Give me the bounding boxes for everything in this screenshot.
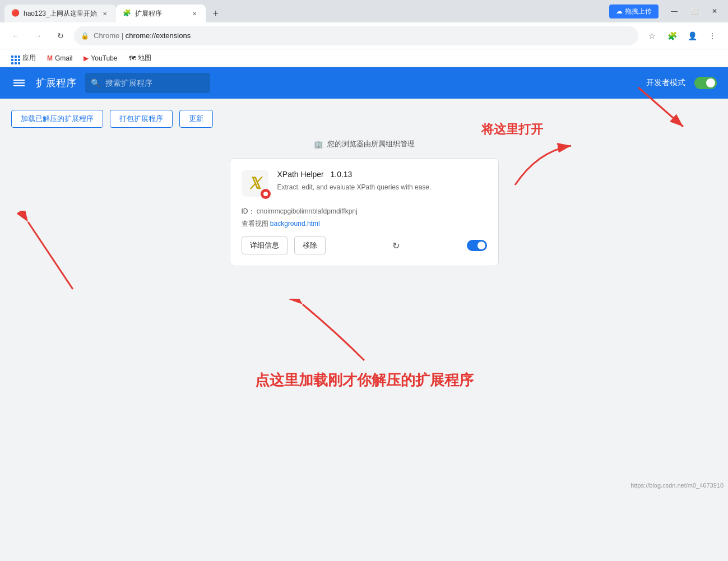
search-input[interactable]: [85, 73, 210, 93]
ext-record-badge: [261, 189, 271, 199]
new-tab-button[interactable]: +: [208, 6, 224, 21]
ext-name: XPath Helper: [277, 170, 324, 179]
menu-button[interactable]: ⋮: [703, 27, 721, 45]
arrow2-svg: [17, 211, 84, 300]
arrow3-svg: [280, 299, 448, 366]
nav-actions: ☆ 🧩 👤 ⋮: [643, 27, 721, 45]
ext-version: 1.0.13: [330, 170, 352, 179]
ext-id-value: cnoimmcpgibolimnblafdpmdiffkpnj: [257, 207, 358, 215]
annotation-arrow-load: [17, 211, 84, 303]
bookmark-gmail[interactable]: M Gmail: [43, 53, 77, 63]
ext-refresh-icon[interactable]: ↻: [392, 240, 400, 251]
watermark-text: https://blog.csdn.net/m0_4673910: [630, 482, 724, 489]
tab-close-extensions[interactable]: ✕: [190, 9, 199, 18]
minimize-button[interactable]: —: [665, 2, 683, 20]
extension-card: 𝕏 XPath Helper 1.0.13 Extract, edit, and…: [230, 158, 499, 266]
org-banner-text: 您的浏览器由所属组织管理: [327, 139, 415, 149]
ext-view-label: 查看视图: [242, 220, 268, 228]
ext-info: XPath Helper 1.0.13 Extract, edit, and e…: [277, 170, 487, 192]
tab-title-hao123: hao123_上网从这里开始: [24, 9, 97, 18]
bookmark-youtube-label: YouTube: [91, 54, 117, 62]
extensions-button[interactable]: 🧩: [663, 27, 681, 45]
watermark: https://blog.csdn.net/m0_4673910: [630, 482, 724, 489]
ext-detail-button[interactable]: 详细信息: [242, 237, 288, 254]
ext-id-section: ID： cnoimmcpgibolimnblafdpmdiffkpnj 查看视图…: [242, 206, 487, 230]
tab-title-extensions: 扩展程序: [135, 9, 187, 18]
close-button[interactable]: ✕: [706, 2, 724, 20]
bookmarks-bar: 应用 M Gmail ▶ YouTube 🗺 地图: [0, 49, 728, 67]
ext-name-version: XPath Helper 1.0.13: [277, 170, 487, 179]
apps-grid-icon: [11, 52, 20, 64]
maps-icon: 🗺: [129, 54, 136, 62]
bookmark-apps[interactable]: 应用: [7, 50, 40, 66]
org-icon: 🏢: [314, 140, 323, 149]
address-bar[interactable]: 🔒 Chrome | chrome://extensions: [74, 26, 638, 45]
tab-hao123[interactable]: 🔴 hao123_上网从这里开始 ✕: [4, 4, 116, 22]
load-here-text: 点这里加载刚才你解压的扩展程序: [255, 372, 474, 388]
bookmark-button[interactable]: ☆: [643, 27, 661, 45]
extensions-page-title: 扩展程序: [36, 76, 76, 90]
bookmark-maps[interactable]: 🗺 地图: [124, 52, 156, 64]
dev-mode-toggle[interactable]: [694, 77, 717, 89]
ext-icon-wrapper: 𝕏: [242, 170, 268, 197]
refresh-button[interactable]: ↻: [52, 27, 69, 45]
ext-id-label: ID：: [242, 207, 255, 215]
navigation-bar: ← → ↻ 🔒 Chrome | chrome://extensions ☆ 🧩…: [0, 22, 728, 49]
main-content: 加载已解压的扩展程序 打包扩展程序 更新 🏢 您的浏览器由所属组织管理 𝕏 XP…: [0, 99, 728, 491]
bookmark-apps-label: 应用: [22, 53, 36, 63]
ext-enable-toggle[interactable]: [467, 240, 487, 251]
bookmark-gmail-label: Gmail: [55, 54, 72, 62]
address-text: Chrome | chrome://extensions: [94, 31, 632, 40]
sidebar-menu-icon[interactable]: [11, 77, 27, 89]
profile-button[interactable]: 👤: [683, 27, 701, 45]
upload-button-label: 拖拽上传: [625, 7, 652, 16]
org-banner: 🏢 您的浏览器由所属组织管理: [11, 139, 717, 149]
bookmark-youtube[interactable]: ▶ YouTube: [79, 53, 122, 63]
back-button[interactable]: ←: [7, 27, 25, 45]
tab-favicon-extensions: 🧩: [123, 9, 132, 18]
maximize-button[interactable]: ⬜: [685, 2, 703, 20]
lock-icon: 🔒: [81, 32, 89, 40]
search-wrapper: 🔍: [85, 73, 637, 93]
cloud-icon: ☁: [616, 7, 623, 15]
bookmark-maps-label: 地图: [138, 53, 151, 63]
ext-background-link[interactable]: background.html: [270, 220, 320, 228]
dev-mode-label: 开发者模式: [646, 78, 685, 88]
ext-remove-button[interactable]: 移除: [294, 237, 326, 254]
ext-card-header: 𝕏 XPath Helper 1.0.13 Extract, edit, and…: [242, 170, 487, 197]
update-button[interactable]: 更新: [179, 110, 213, 128]
extensions-header: 扩展程序 🔍 开发者模式: [0, 67, 728, 99]
youtube-icon: ▶: [84, 54, 89, 62]
tab-favicon-hao123: 🔴: [11, 9, 20, 18]
upload-button[interactable]: ☁ 拖拽上传: [609, 4, 659, 18]
pack-extension-button[interactable]: 打包扩展程序: [110, 110, 173, 128]
forward-button[interactable]: →: [29, 27, 47, 45]
ext-card-footer: 详细信息 移除 ↻: [242, 237, 487, 254]
load-extension-button[interactable]: 加载已解压的扩展程序: [11, 110, 103, 128]
ext-description: Extract, edit, and evaluate XPath querie…: [277, 182, 487, 192]
action-buttons-row: 加载已解压的扩展程序 打包扩展程序 更新: [11, 110, 717, 128]
address-chrome-prefix: Chrome |: [94, 31, 126, 40]
annotation-bottom: 点这里加载刚才你解压的扩展程序: [255, 299, 474, 390]
tab-close-hao123[interactable]: ✕: [100, 9, 109, 18]
gmail-icon: M: [47, 54, 53, 62]
tab-extensions[interactable]: 🧩 扩展程序 ✕: [116, 4, 206, 22]
